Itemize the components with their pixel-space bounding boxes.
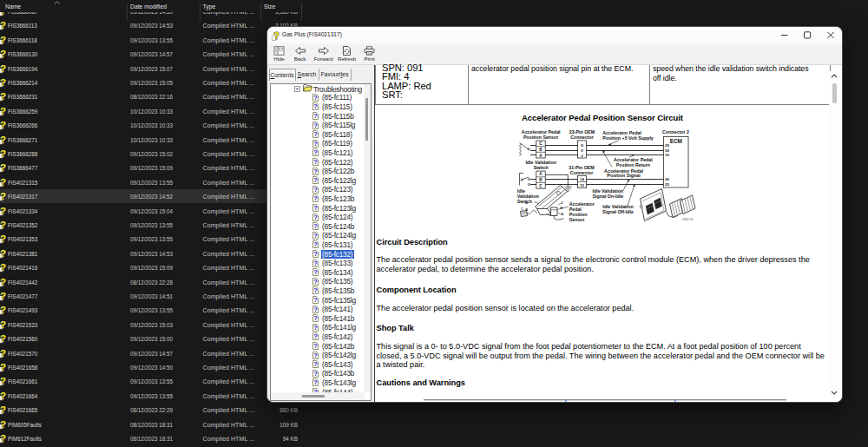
svg-text:?: ? <box>313 306 318 313</box>
svg-text:B: B <box>525 208 528 212</box>
svg-text:?: ? <box>0 206 6 216</box>
svg-text:?: ? <box>313 378 318 386</box>
svg-text:?: ? <box>0 106 6 116</box>
svg-text:?: ? <box>313 332 318 340</box>
svg-text:Position Return: Position Return <box>615 162 649 168</box>
svg-text:?: ? <box>313 176 318 184</box>
svg-text:Position Signal: Position Signal <box>607 173 641 178</box>
svg-text:?: ? <box>313 194 318 202</box>
svg-text:?: ? <box>0 404 6 415</box>
svg-text:Position Sensor: Position Sensor <box>523 135 558 140</box>
svg-text:?: ? <box>0 91 6 102</box>
svg-text:30: 30 <box>665 148 669 153</box>
svg-text:?: ? <box>313 148 318 156</box>
svg-text:?: ? <box>273 30 279 41</box>
svg-text:?: ? <box>0 49 6 59</box>
svg-text:Signal Off-Idle: Signal Off-Idle <box>602 209 634 214</box>
svg-text:?: ? <box>0 319 6 330</box>
svg-text:?: ? <box>0 376 6 386</box>
svg-text:Connector: Connector <box>569 170 593 175</box>
svg-text:?: ? <box>313 130 318 138</box>
svg-text:?: ? <box>0 362 6 372</box>
svg-text:Connector: Connector <box>570 135 594 140</box>
svg-text:G: G <box>580 143 583 148</box>
svg-text:?: ? <box>313 268 318 276</box>
svg-text:74087-80: 74087-80 <box>681 218 693 221</box>
svg-text:Signal On-Idle: Signal On-Idle <box>592 194 623 199</box>
svg-text:?: ? <box>0 120 6 130</box>
svg-text:?: ? <box>0 162 6 173</box>
svg-text:?: ? <box>0 305 6 315</box>
svg-text:14: 14 <box>580 177 584 181</box>
svg-text:29: 29 <box>665 143 669 148</box>
svg-text:?: ? <box>313 222 318 230</box>
svg-text:?: ? <box>0 177 6 187</box>
svg-text:?: ? <box>313 250 318 258</box>
svg-text:?: ? <box>313 352 318 359</box>
svg-text:Connector 2: Connector 2 <box>662 129 689 135</box>
svg-text:?: ? <box>313 342 318 350</box>
svg-text:?: ? <box>0 220 6 230</box>
svg-text:?: ? <box>0 433 6 444</box>
svg-text:?: ? <box>313 296 318 304</box>
svg-text:?: ? <box>313 360 318 368</box>
svg-text:?: ? <box>313 204 318 212</box>
svg-text:26: 26 <box>665 177 669 181</box>
svg-text:?: ? <box>0 262 6 273</box>
svg-text:?: ? <box>0 148 6 159</box>
svg-text:?: ? <box>0 248 6 259</box>
svg-text:?: ? <box>313 232 318 240</box>
svg-text:?: ? <box>313 122 318 129</box>
svg-text:?: ? <box>313 158 318 166</box>
svg-text:ECM: ECM <box>669 138 681 144</box>
svg-text:19: 19 <box>665 153 669 157</box>
svg-text:?: ? <box>0 63 6 74</box>
svg-text:25: 25 <box>665 182 669 187</box>
svg-text:?: ? <box>0 333 6 344</box>
svg-text:?: ? <box>313 94 318 102</box>
svg-text:Position +5 Volt Supply: Position +5 Volt Supply <box>602 135 654 141</box>
svg-text:?: ? <box>313 168 318 175</box>
svg-text:?: ? <box>0 35 6 45</box>
svg-text:Sensor: Sensor <box>569 217 584 222</box>
svg-text:?: ? <box>313 324 318 332</box>
svg-text:?: ? <box>313 112 318 120</box>
svg-text:C: C <box>561 201 563 205</box>
svg-text:?: ? <box>313 140 318 148</box>
svg-text:?: ? <box>0 77 6 88</box>
svg-text:?: ? <box>313 240 318 248</box>
svg-text:15: 15 <box>580 183 584 187</box>
svg-text:?: ? <box>313 260 318 267</box>
svg-text:?: ? <box>0 291 6 301</box>
svg-text:?: ? <box>0 419 6 430</box>
svg-text:Switch: Switch <box>533 165 548 170</box>
svg-text:?: ? <box>0 391 6 401</box>
svg-text:?: ? <box>0 20 6 30</box>
svg-text:?: ? <box>313 370 318 378</box>
svg-text:?: ? <box>313 102 318 110</box>
svg-text:?: ? <box>313 186 318 194</box>
svg-text:?: ? <box>0 191 6 201</box>
svg-text:C: C <box>521 207 523 211</box>
svg-text:?: ? <box>313 214 318 221</box>
svg-text:?: ? <box>0 348 6 358</box>
svg-text:?: ? <box>313 278 318 286</box>
svg-text:?: ? <box>0 135 6 145</box>
svg-text:A: A <box>561 213 563 216</box>
svg-text:?: ? <box>313 286 318 294</box>
svg-text:X: X <box>581 148 583 153</box>
svg-text:?: ? <box>0 233 6 244</box>
svg-text:?: ? <box>0 277 6 287</box>
svg-text:?: ? <box>313 314 318 322</box>
